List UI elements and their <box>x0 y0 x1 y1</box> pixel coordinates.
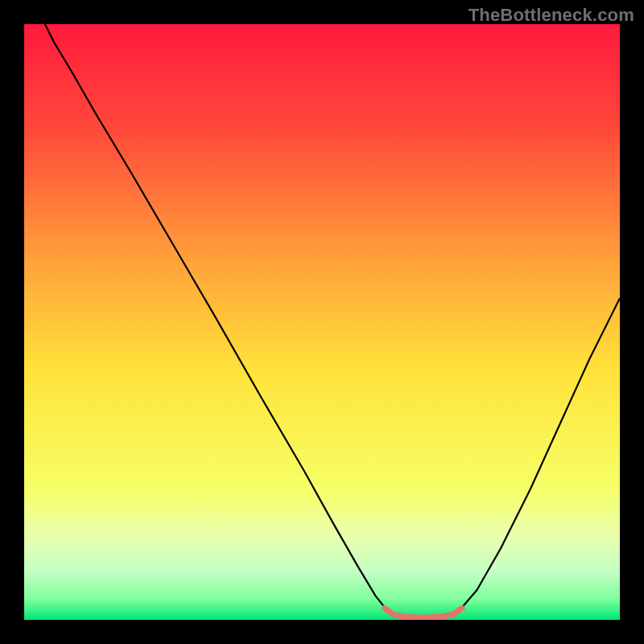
watermark-label: TheBottleneck.com <box>469 5 634 26</box>
gradient-background <box>24 24 620 620</box>
plot-area <box>24 24 620 620</box>
chart-svg <box>24 24 620 620</box>
chart-frame: TheBottleneck.com <box>0 0 644 644</box>
